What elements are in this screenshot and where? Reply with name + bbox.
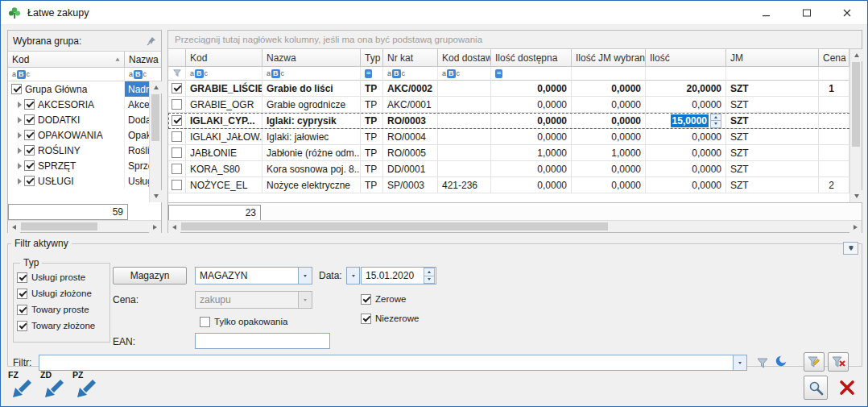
select-all-header-cell[interactable] [168,49,186,67]
close-window-button[interactable] [833,372,862,403]
column-header-kod[interactable]: Kod [186,49,262,67]
scroll-thumb[interactable] [21,222,97,230]
scroll-left-button[interactable] [8,221,20,233]
filter-cell-cena[interactable] [819,67,849,81]
column-header-ilosc_jm[interactable]: Ilość JM wybrana [572,49,646,67]
column-header-nrkat[interactable]: Nr kat [383,49,438,67]
filter-type-indicator[interactable]: aBc [267,69,284,78]
scroll-up-button[interactable] [150,81,162,93]
grid-vertical-scrollbar[interactable] [849,49,862,202]
filter-cell-ilosc[interactable] [646,67,726,81]
close-button[interactable] [827,1,867,24]
row-checkbox[interactable] [172,164,182,174]
table-row[interactable]: GRABIE_LIŚCIEGrabie do liściTPAKC/00020,… [168,81,862,97]
group-horizontal-scrollbar[interactable] [8,220,161,232]
filter-cell-nazwa[interactable]: aBc [125,68,161,81]
group-tree-row[interactable]: SPRZĘT Sprzę [8,158,161,173]
minimize-button[interactable] [746,1,787,24]
group-tree-row[interactable]: DODATKI Doda [8,112,161,127]
expand-icon[interactable] [18,178,22,185]
scroll-right-button[interactable] [849,221,862,233]
row-checkbox[interactable] [172,99,182,110]
filter-cell-typ[interactable]: = [361,67,383,81]
date-dropdown-button[interactable] [346,267,360,284]
filter-cell-ilosc_dostepna[interactable]: = [491,67,572,81]
column-header-nazwa[interactable]: Nazwa [125,52,161,67]
pin-icon[interactable] [147,36,156,46]
checkbox-niezerowe[interactable]: Niezerowe [361,310,419,326]
zd-document-button[interactable]: ZD [38,369,68,403]
scroll-right-button[interactable] [149,221,161,233]
group-checkbox[interactable] [11,84,22,94]
group-checkbox[interactable] [24,99,35,110]
column-header-kod[interactable]: Kod [8,52,125,67]
group-tree-row[interactable]: AKCESORIA Akces [8,97,161,112]
group-tree-row[interactable]: ROŚLINY Rośli [8,143,161,158]
group-checkbox[interactable] [24,114,35,125]
expand-icon[interactable] [18,102,22,108]
quantity-spinner[interactable] [710,114,721,128]
table-row[interactable]: NOŻYCE_ELNożyce elektryczneTPSP/0003421-… [168,177,862,193]
filter-checkbox-towary-z-o-one[interactable]: Towary złożone [17,318,106,334]
row-checkbox[interactable] [172,83,182,93]
date-spinner[interactable] [424,268,435,284]
filter-cell-kod[interactable]: aBc [8,68,125,81]
filter-cell-ilosc_jm[interactable] [572,67,646,81]
group-checkbox[interactable] [24,130,35,140]
table-row[interactable]: IGLAKI_CYP...Iglaki: cyprysikTPRO/00030,… [168,113,862,129]
group-tree-row[interactable]: OPAKOWANIA Opak [8,127,161,143]
pz-document-button[interactable]: PZ [70,369,101,403]
table-row[interactable]: IGLAKI_JAŁOW...Iglaki: jałowiecTPRO/0004… [168,129,862,145]
filter-type-indicator[interactable]: = [495,69,502,78]
filter-type-indicator[interactable]: aBc [190,69,208,78]
column-header-cena[interactable]: Cena [819,49,849,67]
fz-document-button[interactable]: FZ [6,369,36,403]
search-button[interactable] [804,376,828,400]
group-checkbox[interactable] [24,145,35,156]
column-header-kod_dostawcy[interactable]: Kod dostawcy [438,49,491,67]
group-tree-row[interactable]: Grupa Główna Nadrz [8,81,161,97]
filter-type-indicator[interactable]: = [365,69,372,78]
filter-type-indicator[interactable]: aBc [442,69,460,78]
row-checkbox[interactable] [172,115,182,126]
column-header-jm[interactable]: JM [726,49,819,67]
table-row[interactable]: KORA_S80Kora sosnowa poj. 8...TPDD/00010… [168,161,862,177]
column-header-nazwa[interactable]: Nazwa [262,49,361,67]
scroll-thumb[interactable] [181,222,608,230]
magazyn-button[interactable]: Magazyn [113,267,187,284]
collapse-panel-button[interactable] [843,242,858,255]
row-checkbox[interactable] [172,131,182,142]
group-vertical-scrollbar[interactable] [149,81,161,202]
quantity-cell-editing[interactable]: 15,0000 [646,113,726,129]
column-header-typ[interactable]: Typ [361,49,383,67]
filter-checkbox-us-ugi-z-o-one[interactable]: Usługi złożone [17,285,106,301]
group-tree-row[interactable]: USŁUGI Usług [8,173,161,189]
filter-cell-kod[interactable]: aBc [186,67,262,81]
filter-type-indicator[interactable]: aBc [12,70,30,79]
filter-checkbox-towary-proste[interactable]: Towary proste [17,301,106,318]
filter-cell-kod_dostawcy[interactable]: aBc [438,67,491,81]
maximize-button[interactable] [787,1,827,24]
scroll-thumb[interactable] [852,62,860,147]
group-checkbox[interactable] [24,176,35,186]
filter-type-indicator[interactable]: aBc [387,69,405,78]
expand-icon[interactable] [18,147,22,154]
row-checkbox[interactable] [172,147,182,158]
dropdown-arrow-icon[interactable] [298,268,312,284]
scroll-thumb[interactable] [151,94,159,141]
filter-cell-nazwa[interactable]: aBc [262,67,361,81]
filter-cell-jm[interactable] [726,67,819,81]
filter-cell-nrkat[interactable]: aBc [383,67,438,81]
expand-icon[interactable] [18,163,22,169]
group-checkbox[interactable] [24,160,35,171]
checkbox-tylko-opakowania[interactable]: Tylko opakowania [200,314,287,330]
filter-type-indicator[interactable]: aBc [129,70,147,79]
quantity-editor-value[interactable]: 15,0000 [671,114,709,127]
date-field[interactable]: 15.01.2020 [361,267,436,284]
expand-icon[interactable] [18,132,22,139]
table-row[interactable]: JABŁONIEJabłonie (różne odm...TPRO/00051… [168,145,862,161]
table-row[interactable]: GRABIE_OGRGrabie ogrodniczeTPAKC/00010,0… [168,97,862,113]
scroll-up-button[interactable] [850,49,862,61]
row-checkbox[interactable] [172,180,182,190]
filter-checkbox-us-ugi-proste[interactable]: Usługi proste [17,269,106,285]
